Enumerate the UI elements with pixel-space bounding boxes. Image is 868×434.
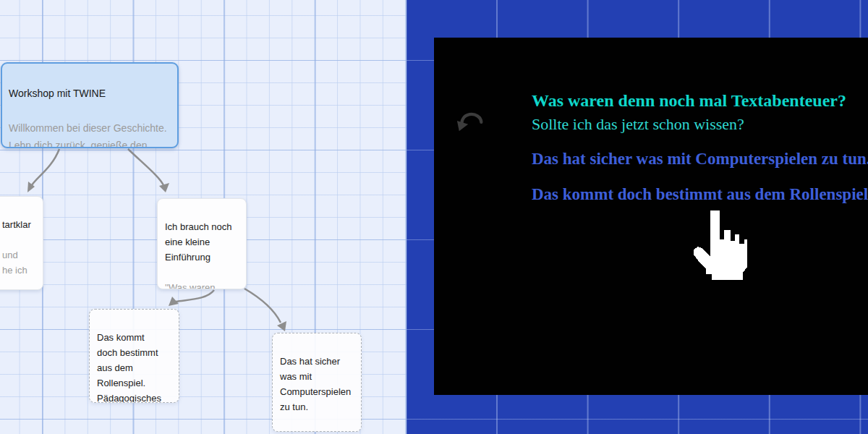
arrowhead [169, 297, 179, 306]
pixel-hand-pointer-cursor [690, 205, 749, 285]
passage-title: Ich brauch noch eine kleine Einführung [165, 219, 239, 265]
passage-title: Workshop mit TWINE [9, 85, 171, 102]
passage-node-einfuehrung[interactable]: Ich brauch noch eine kleine Einführung '… [157, 198, 247, 289]
link-arrow-to-daskommt [176, 290, 214, 302]
story-play-window: Was waren denn noch mal Textabenteuer? S… [434, 38, 868, 395]
passage-node-computerspiele[interactable]: Das hat sicher was mit Computerspielen z… [272, 333, 362, 432]
passage-heading-text: Was waren denn noch mal Textabenteuer? [532, 91, 846, 111]
arrowhead [277, 321, 286, 331]
passage-title: tartklar [2, 217, 31, 232]
passage-body-text: Sollte ich das jetzt schon wissen? [532, 115, 744, 134]
arrowhead [27, 182, 35, 192]
passage-node-rollenspiel[interactable]: Das kommt doch bestimmt aus dem Rollensp… [89, 309, 179, 403]
link-arrow-to-einfuehrung [128, 149, 163, 185]
story-link-computerspiele[interactable]: Das hat sicher was mit Computerspielen z… [532, 150, 868, 169]
passage-node-workshop[interactable]: Workshop mit TWINE Willkommen bei dieser… [1, 62, 179, 148]
passage-title: Das kommt doch bestimmt aus dem Rollensp… [97, 330, 171, 403]
passage-excerpt: und he ich p. '' Du beste [2, 247, 31, 290]
link-arrow-to-startklar [32, 149, 59, 185]
passage-excerpt: ''Was waren denn noch mal Textabenteuer?… [165, 280, 239, 289]
passage-title: Das hat sicher was mit Computerspielen z… [280, 354, 354, 414]
arrowhead [159, 183, 169, 192]
link-arrow-to-dashat [244, 289, 281, 323]
undo-arrow-icon[interactable] [456, 104, 486, 136]
passage-node-startklar[interactable]: tartklar und he ich p. '' Du beste [0, 196, 43, 290]
story-link-rollenspiel[interactable]: Das kommt doch bestimmt aus dem Rollensp… [532, 185, 868, 204]
passage-placeholder-hint: Doppelklick auf diesen Abschnitt [280, 430, 354, 432]
passage-excerpt: Willkommen bei dieser Geschichte. Lehn d… [9, 119, 171, 148]
